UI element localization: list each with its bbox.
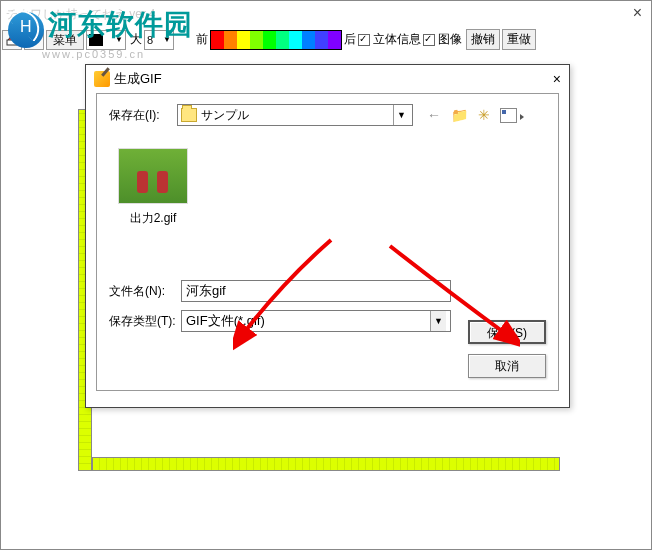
- save-dialog: 生成GIF × 保存在(I): サンプル ▼ ← 📁 ✳ 出力2.gif: [85, 64, 570, 408]
- svg-rect-1: [28, 35, 36, 44]
- tool-icon-2[interactable]: [24, 30, 44, 50]
- folder-select[interactable]: サンプル ▼: [177, 104, 413, 126]
- check-image[interactable]: [423, 34, 435, 46]
- close-icon[interactable]: ×: [633, 4, 642, 22]
- filetype-select[interactable]: GIF文件(*.gif) ▼: [181, 310, 451, 332]
- before-label: 前: [196, 31, 208, 48]
- view-menu-icon[interactable]: [500, 108, 517, 123]
- chevron-down-icon: ▼: [393, 105, 409, 125]
- svg-rect-0: [7, 40, 17, 45]
- filetype-label: 保存类型(T):: [109, 313, 181, 330]
- check-3d[interactable]: [358, 34, 370, 46]
- toolbar: 菜单 ▼ 大 8▼ 前 后 立体信息 图像 撤销 重做: [0, 28, 652, 51]
- dialog-icon: [94, 71, 110, 87]
- cancel-button[interactable]: 取消: [468, 354, 546, 378]
- tool-icon-1[interactable]: [2, 30, 22, 50]
- save-in-label: 保存在(I):: [109, 107, 177, 124]
- back-icon[interactable]: ←: [427, 107, 441, 123]
- title-bar: チクワしか持ってねえ ver.4 ×: [0, 0, 652, 28]
- menu-button[interactable]: 菜单: [46, 30, 84, 50]
- file-thumbnail: [118, 148, 188, 204]
- dialog-titlebar: 生成GIF ×: [86, 65, 569, 93]
- color-palette[interactable]: [210, 30, 342, 50]
- filename-input[interactable]: [181, 280, 451, 302]
- ruler-horizontal: [92, 457, 560, 471]
- size-select[interactable]: 8▼: [144, 30, 174, 50]
- dialog-title: 生成GIF: [114, 70, 162, 88]
- save-button[interactable]: 保存(S): [468, 320, 546, 344]
- chevron-down-icon: ▼: [430, 311, 446, 331]
- up-folder-icon[interactable]: 📁: [451, 107, 468, 123]
- filename-label: 文件名(N):: [109, 283, 181, 300]
- undo-button[interactable]: 撤销: [466, 29, 500, 50]
- redo-button[interactable]: 重做: [502, 29, 536, 50]
- after-label: 后: [344, 31, 356, 48]
- window-title: チクワしか持ってねえ ver.4: [6, 6, 155, 23]
- size-label: 大: [130, 31, 142, 48]
- file-list[interactable]: 出力2.gif: [109, 134, 546, 270]
- dialog-close-icon[interactable]: ×: [553, 71, 561, 87]
- brush-color-select[interactable]: ▼: [86, 30, 126, 50]
- new-folder-icon[interactable]: ✳: [478, 107, 490, 123]
- file-item[interactable]: 出力2.gif: [109, 148, 197, 227]
- file-name: 出力2.gif: [109, 210, 197, 227]
- folder-icon: [181, 108, 197, 122]
